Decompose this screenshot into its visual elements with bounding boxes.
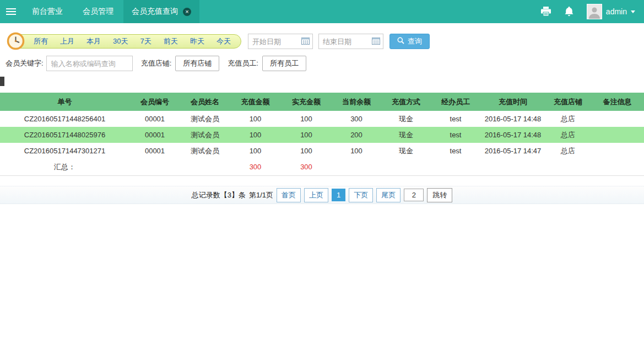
tab-member-recharge-query[interactable]: 会员充值查询 × xyxy=(123,0,199,23)
table-cell: 现金 xyxy=(381,111,431,127)
table-cell: 测试会员 xyxy=(180,127,230,143)
quick-date-last-month[interactable]: 上月 xyxy=(60,36,74,46)
column-header: 充值金额 xyxy=(230,93,281,111)
table-cell: 现金 xyxy=(381,143,431,159)
quick-date-yesterday[interactable]: 昨天 xyxy=(190,36,204,46)
table-cell: 总店 xyxy=(545,143,591,159)
next-page-button[interactable]: 下页 xyxy=(349,188,373,202)
calendar-icon[interactable] xyxy=(301,37,310,46)
column-header: 会员编号 xyxy=(129,93,180,111)
caret-down-icon xyxy=(631,10,635,13)
quick-date-day-before[interactable]: 前天 xyxy=(164,36,178,46)
store-label: 充值店铺: xyxy=(141,58,172,68)
column-header: 单号 xyxy=(0,93,129,111)
query-button[interactable]: 查询 xyxy=(389,34,430,49)
table-cell: CZ201605171448256401 xyxy=(0,111,129,127)
tab-label: 会员充值查询 xyxy=(132,7,178,17)
table-cell: 总店 xyxy=(545,127,591,143)
table-cell: test xyxy=(431,111,480,127)
hamburger-menu-icon[interactable] xyxy=(0,0,22,23)
column-header: 充值店铺 xyxy=(545,93,591,111)
pagination-bar: 总记录数【3】条 第1/1页 首页 上页 1 下页 尾页 跳转 xyxy=(0,186,644,204)
user-avatar[interactable] xyxy=(587,4,602,19)
table-cell: 100 xyxy=(230,143,281,159)
table-cell: 100 xyxy=(281,111,332,127)
column-header: 实充金额 xyxy=(281,93,332,111)
summary-label: 汇总： xyxy=(0,159,129,175)
summary-actual-total: 300 xyxy=(281,159,332,175)
quick-date-filter-bar: 所有 上月 本月 30天 7天 前天 昨天 今天 xyxy=(9,34,241,49)
username-label: admin xyxy=(606,7,627,16)
top-menu: 前台营业 会员管理 会员充值查询 × xyxy=(22,0,199,23)
topbar-right: admin xyxy=(540,0,644,23)
table-body: CZ20160517144825640100001测试会员100100300现金… xyxy=(0,111,644,159)
notifications-bell-icon[interactable] xyxy=(565,7,573,17)
table-cell: 100 xyxy=(281,143,332,159)
filter-row-2: 会员关键字: 充值店铺: 所有店铺 充值员工: 所有员工 xyxy=(6,56,306,71)
total-records-text: 总记录数【3】条 xyxy=(192,190,246,200)
table-cell xyxy=(591,143,644,159)
menu-item-member-management[interactable]: 会员管理 xyxy=(73,0,123,23)
summary-recharge-total: 300 xyxy=(230,159,281,175)
table-cell: 测试会员 xyxy=(180,143,230,159)
table-cell: 100 xyxy=(230,111,281,127)
start-date-input[interactable] xyxy=(248,38,301,46)
close-tab-icon[interactable]: × xyxy=(183,8,191,16)
table-cell: test xyxy=(431,127,480,143)
all-stores-button[interactable]: 所有店铺 xyxy=(175,56,219,71)
table-cell: 2016-05-17 14:48 xyxy=(480,111,545,127)
query-button-label: 查询 xyxy=(408,36,422,46)
table-cell: 100 xyxy=(281,127,332,143)
first-page-button[interactable]: 首页 xyxy=(277,188,301,202)
quick-date-30days[interactable]: 30天 xyxy=(113,36,128,46)
user-menu[interactable]: admin xyxy=(587,4,635,19)
page-indicator-text: 第1/1页 xyxy=(249,190,273,200)
table-cell: 300 xyxy=(332,111,381,127)
jump-page-input[interactable] xyxy=(404,189,424,201)
table-cell: 00001 xyxy=(129,111,180,127)
end-date-field xyxy=(318,34,383,49)
table-cell: CZ201605171448025976 xyxy=(0,127,129,143)
member-keyword-input[interactable] xyxy=(46,56,133,71)
staff-label: 充值员工: xyxy=(228,58,258,68)
keyword-label: 会员关键字: xyxy=(6,58,44,68)
column-header: 备注信息 xyxy=(591,93,644,111)
quick-date-this-month[interactable]: 本月 xyxy=(86,36,101,46)
start-date-field xyxy=(248,34,313,49)
calendar-icon[interactable] xyxy=(372,37,380,46)
print-icon[interactable] xyxy=(540,7,551,17)
clock-icon xyxy=(7,32,25,50)
column-header: 会员姓名 xyxy=(180,93,230,111)
quick-date-7days[interactable]: 7天 xyxy=(140,36,151,46)
table-cell: 00001 xyxy=(129,127,180,143)
table-cell: 100 xyxy=(332,143,381,159)
table-row[interactable]: CZ20160517144825640100001测试会员100100300现金… xyxy=(0,111,644,127)
table-row[interactable]: CZ20160517144802597600001测试会员100100200现金… xyxy=(0,127,644,143)
prev-page-button[interactable]: 上页 xyxy=(304,188,328,202)
summary-row: 汇总： 300 300 xyxy=(0,159,644,175)
quick-date-all[interactable]: 所有 xyxy=(34,36,48,46)
table-cell: 200 xyxy=(332,127,381,143)
table-header-row: 单号会员编号会员姓名充值金额实充金额当前余额充值方式经办员工充值时间充值店铺备注… xyxy=(0,93,644,111)
end-date-input[interactable] xyxy=(319,38,372,46)
table-cell: 00001 xyxy=(129,143,180,159)
menu-item-front-desk[interactable]: 前台营业 xyxy=(22,0,73,23)
table-row[interactable]: CZ20160517144730127100001测试会员100100100现金… xyxy=(0,143,644,159)
sidebar-collapsed-strip xyxy=(0,77,4,86)
quick-date-today[interactable]: 今天 xyxy=(217,36,231,46)
all-staff-button[interactable]: 所有员工 xyxy=(262,56,306,71)
table-cell: 测试会员 xyxy=(180,111,230,127)
current-page-button[interactable]: 1 xyxy=(332,189,345,201)
recharge-records-table: 单号会员编号会员姓名充值金额实充金额当前余额充值方式经办员工充值时间充值店铺备注… xyxy=(0,93,644,176)
table-cell: 总店 xyxy=(545,111,591,127)
table-cell: 100 xyxy=(230,127,281,143)
topbar: 前台营业 会员管理 会员充值查询 × xyxy=(0,0,644,23)
column-header: 充值时间 xyxy=(480,93,545,111)
search-icon xyxy=(397,37,404,46)
table-cell: test xyxy=(431,143,480,159)
last-page-button[interactable]: 尾页 xyxy=(376,188,401,202)
column-header: 当前余额 xyxy=(332,93,381,111)
table-cell: 现金 xyxy=(381,127,431,143)
table-cell: 2016-05-17 14:48 xyxy=(480,127,545,143)
jump-button[interactable]: 跳转 xyxy=(427,188,452,202)
